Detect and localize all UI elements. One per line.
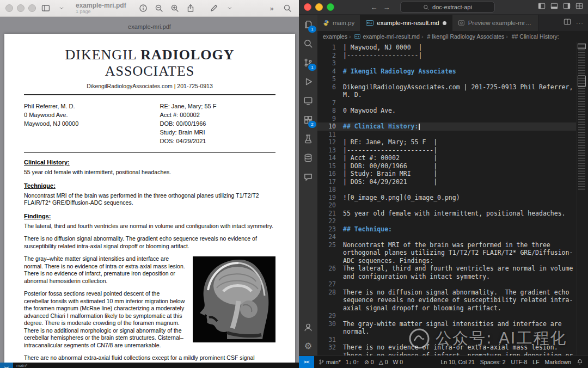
sidebar-menu-button[interactable] <box>56 3 68 14</box>
toolbar-overflow-button[interactable]: » <box>266 3 278 14</box>
line-text[interactable] <box>343 99 576 107</box>
line-text[interactable]: Noncontrast MRI of the brain was perform… <box>343 241 576 265</box>
split-editor-button[interactable] <box>564 18 571 28</box>
line-text[interactable]: | Maywood, NJ 0000 | <box>343 44 576 52</box>
editor-content[interactable]: 1| Maywood, NJ 0000 |2|-----------------… <box>317 44 576 355</box>
line-text[interactable] <box>343 186 576 194</box>
editor-line[interactable]: 7 <box>317 99 576 107</box>
line-text[interactable]: DikengilRadiologyAssociates.com | 201-72… <box>343 83 576 99</box>
line-number[interactable]: 7 <box>317 99 343 107</box>
toggle-secondary-sidebar-button[interactable] <box>563 2 571 12</box>
editor-line[interactable]: 10## Clinical History: <box>317 122 576 131</box>
editor-line[interactable]: 14| Acct #: 00002 | <box>317 154 576 162</box>
line-text[interactable]: There is no evidence of intra-or extra-a… <box>343 344 576 355</box>
notifications-button[interactable] <box>577 359 583 365</box>
remote-indicator[interactable]: >< <box>299 356 314 368</box>
editor-line[interactable]: 15| DOB: 00/00/1966 | <box>317 162 576 170</box>
editor-line[interactable]: 22 <box>317 217 576 225</box>
line-text[interactable]: | Acct #: 00002 | <box>343 154 576 162</box>
markup-dropdown-button[interactable] <box>224 3 236 14</box>
line-text[interactable]: # Ikengil Radiology Associates <box>343 68 576 76</box>
line-number[interactable]: 25 <box>317 241 343 265</box>
line-number[interactable]: 20 <box>317 201 343 210</box>
search-button[interactable] <box>281 3 293 14</box>
editor-line[interactable]: 28There is no diffusion signal abnormali… <box>317 289 576 312</box>
sync-item[interactable]: 1↓ 0↑ <box>346 359 359 365</box>
breadcrumb-symbol-h2[interactable]: ## Clinical History: <box>506 33 559 40</box>
editor-line[interactable]: 5 <box>317 75 576 83</box>
editor-line[interactable]: 17| DOS: 04/29/2021 | <box>317 178 576 186</box>
tab-main-py[interactable]: main.py <box>317 15 360 31</box>
minimize-button[interactable] <box>315 3 323 11</box>
editor-line[interactable]: 3 <box>317 59 576 68</box>
eol-item[interactable]: LF <box>532 359 539 365</box>
line-text[interactable]: | DOB: 00/00/1966 | <box>343 162 576 170</box>
minimap[interactable] <box>576 42 588 355</box>
line-text[interactable]: ## Technique: <box>343 225 576 234</box>
editor-line[interactable]: 30The gray-white matter signal intensiti… <box>317 320 576 336</box>
line-number[interactable]: 6 <box>317 83 343 99</box>
database-view-button[interactable] <box>302 152 314 164</box>
line-number[interactable]: 5 <box>317 75 343 83</box>
line-number[interactable]: 13 <box>317 146 343 155</box>
line-text[interactable] <box>343 201 576 210</box>
line-number[interactable]: 4 <box>317 68 343 76</box>
line-text[interactable]: 55 year old female with intermittent, po… <box>343 210 576 218</box>
line-number[interactable]: 16 <box>317 170 343 178</box>
explorer-view-button[interactable]: 1 <box>302 19 314 30</box>
line-text[interactable]: | RE: Jane, Mary; 55 F | <box>343 138 576 146</box>
editor-line[interactable]: 25Noncontrast MRI of the brain was perfo… <box>317 241 576 265</box>
line-number[interactable]: 3 <box>317 59 343 68</box>
line-number[interactable]: 14 <box>317 154 343 162</box>
toggle-primary-sidebar-button[interactable] <box>538 2 546 12</box>
share-button[interactable] <box>185 3 197 14</box>
line-number[interactable]: 30 <box>317 320 343 336</box>
run-debug-view-button[interactable] <box>302 76 314 88</box>
warnings-item[interactable]: △ 0 <box>379 359 388 365</box>
encoding-item[interactable]: UTF-8 <box>511 359 528 365</box>
branch-item[interactable]: main* <box>318 359 341 365</box>
editor-line[interactable]: 18 <box>317 186 576 194</box>
line-text[interactable]: There is no diffusion signal abnormality… <box>343 289 576 312</box>
ports-item[interactable]: W 0 <box>393 359 403 365</box>
cursor-position-item[interactable]: Ln 10, Col 21 <box>440 359 474 365</box>
tab-preview-example-mri-result-md[interactable]: Preview example-mri-result.md <box>452 15 538 31</box>
line-text[interactable] <box>343 59 576 68</box>
line-number[interactable]: 22 <box>317 217 343 225</box>
line-number[interactable]: 10 <box>317 122 343 131</box>
line-text[interactable]: ## Clinical History: <box>343 122 576 131</box>
line-number[interactable]: 8 <box>317 107 343 115</box>
editor-line[interactable]: 11 <box>317 131 576 139</box>
line-text[interactable] <box>343 280 576 289</box>
line-text[interactable]: The lateral, third and fourth ventricles… <box>343 265 576 280</box>
nav-forward-button[interactable]: → <box>382 3 391 11</box>
breadcrumb-symbol-h1[interactable]: # Ikengil Radiology Associates <box>421 33 504 40</box>
line-number[interactable]: 26 <box>317 265 343 280</box>
line-number[interactable]: 32 <box>317 344 343 355</box>
line-text[interactable] <box>343 312 576 320</box>
editor-line[interactable]: 32There is no evidence of intra-or extra… <box>317 344 576 355</box>
editor[interactable]: 1| Maywood, NJ 0000 |2|-----------------… <box>317 42 588 355</box>
editor-line[interactable]: 24 <box>317 233 576 241</box>
command-center[interactable]: doc-extract-api <box>400 2 495 13</box>
line-text[interactable]: | DOS: 04/29/2021 | <box>343 178 576 186</box>
sidebar-toggle-button[interactable] <box>40 3 52 14</box>
close-button[interactable] <box>304 3 311 11</box>
editor-line[interactable]: 2155 year old female with intermittent, … <box>317 210 576 218</box>
settings-button[interactable]: ⚙ <box>302 340 314 352</box>
line-text[interactable] <box>343 217 576 225</box>
editor-line[interactable]: 27 <box>317 280 576 289</box>
editor-line[interactable]: 20 <box>317 201 576 210</box>
line-number[interactable]: 23 <box>317 225 343 234</box>
testing-view-button[interactable] <box>302 133 314 145</box>
indentation-item[interactable]: Spaces: 2 <box>480 359 506 365</box>
accounts-button[interactable] <box>302 321 314 333</box>
editor-line[interactable]: 2|-------------------| <box>317 52 576 60</box>
editor-line[interactable]: 23## Technique: <box>317 225 576 234</box>
line-number[interactable]: 11 <box>317 131 343 139</box>
line-text[interactable] <box>343 336 576 344</box>
editor-line[interactable]: 80 Maywood Ave. <box>317 107 576 115</box>
remote-explorer-view-button[interactable] <box>302 95 314 107</box>
editor-line[interactable]: 12| RE: Jane, Mary; 55 F | <box>317 138 576 146</box>
pdf-canvas[interactable]: example-mri.pdf DIKENGIL RADIOLOGY ASSOC… <box>0 17 299 368</box>
